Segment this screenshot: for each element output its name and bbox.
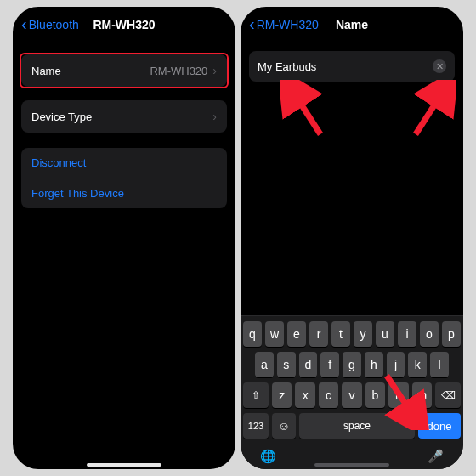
forget-device-button[interactable]: Forget This Device [21, 178, 227, 208]
key-c[interactable]: c [319, 382, 338, 408]
key-v[interactable]: v [342, 382, 361, 408]
key-e[interactable]: e [287, 321, 306, 347]
annotation-arrow [280, 80, 331, 139]
key-row-3: ⇧ zxcvbnm ⌫ [243, 382, 461, 408]
shift-icon: ⇧ [252, 389, 260, 401]
key-q[interactable]: q [243, 321, 262, 347]
shift-key[interactable]: ⇧ [243, 382, 269, 408]
key-p[interactable]: p [442, 321, 461, 347]
space-key[interactable]: space [299, 413, 415, 439]
emoji-key[interactable]: ☺ [272, 413, 296, 439]
globe-icon[interactable]: 🌐 [260, 449, 276, 464]
key-d[interactable]: d [299, 352, 318, 377]
phone-left: ‹ Bluetooth RM-WH320 Name RM-WH320 › Dev… [13, 7, 235, 469]
key-t[interactable]: t [332, 321, 350, 347]
emoji-icon: ☺ [278, 419, 290, 433]
device-type-row[interactable]: Device Type › [21, 100, 227, 133]
key-k[interactable]: k [408, 352, 427, 377]
key-r[interactable]: r [309, 321, 328, 347]
key-y[interactable]: y [354, 321, 372, 347]
home-indicator[interactable] [87, 463, 162, 467]
key-u[interactable]: u [376, 321, 394, 347]
settings-list: Name RM-WH320 › Device Type › Disconnect… [13, 42, 235, 469]
numbers-key[interactable]: 123 [243, 413, 269, 439]
mic-icon[interactable]: 🎤 [428, 449, 444, 464]
clear-text-button[interactable]: ✕ [433, 60, 446, 73]
x-icon: ✕ [436, 62, 444, 71]
key-a[interactable]: a [255, 352, 274, 377]
navbar: ‹ RM-WH320 Name [241, 7, 463, 42]
back-label: RM-WH320 [257, 18, 319, 31]
back-label: Bluetooth [29, 18, 79, 31]
key-m[interactable]: m [412, 382, 432, 408]
key-f[interactable]: f [320, 352, 339, 377]
chevron-right-icon: › [212, 110, 217, 123]
key-b[interactable]: b [366, 382, 385, 408]
name-input[interactable]: My Earbuds ✕ [249, 51, 455, 82]
key-row-1: qwertyuiop [243, 321, 461, 347]
key-row-4: 123 ☺ space done [243, 413, 461, 439]
key-n[interactable]: n [388, 382, 408, 408]
name-row[interactable]: Name RM-WH320 › [21, 54, 227, 87]
device-type-label: Device Type [31, 110, 92, 123]
name-row-label: Name [31, 65, 61, 77]
annotation-arrow [405, 80, 456, 139]
back-button[interactable]: ‹ Bluetooth [21, 16, 79, 33]
navbar: ‹ Bluetooth RM-WH320 [13, 7, 235, 42]
key-h[interactable]: h [365, 352, 383, 377]
keyboard: qwertyuiop asdfghjkl ⇧ zxcvbnm ⌫ 123 ☺ s… [241, 315, 463, 469]
svg-line-1 [416, 87, 446, 134]
key-row-2: asdfghjkl [243, 352, 461, 377]
disconnect-button[interactable]: Disconnect [21, 148, 227, 178]
back-button[interactable]: ‹ RM-WH320 [249, 16, 319, 33]
backspace-key[interactable]: ⌫ [435, 382, 461, 408]
done-key[interactable]: done [418, 413, 461, 439]
name-input-value: My Earbuds [258, 60, 316, 73]
page-title: Name [336, 18, 368, 31]
chevron-left-icon: ‹ [21, 15, 27, 32]
backspace-icon: ⌫ [441, 389, 456, 401]
name-row-value: RM-WH320 [150, 65, 207, 77]
phone-right: ‹ RM-WH320 Name My Earbuds ✕ [241, 7, 463, 469]
key-l[interactable]: l [430, 352, 449, 377]
key-s[interactable]: s [277, 352, 296, 377]
chevron-right-icon: › [212, 64, 217, 77]
key-g[interactable]: g [343, 352, 361, 377]
svg-line-0 [290, 87, 320, 134]
key-z[interactable]: z [272, 382, 292, 408]
key-w[interactable]: w [265, 321, 284, 347]
actions-group: Disconnect Forget This Device [21, 148, 227, 208]
home-indicator[interactable] [314, 463, 389, 467]
key-j[interactable]: j [387, 352, 405, 377]
key-o[interactable]: o [420, 321, 439, 347]
page-title: RM-WH320 [93, 18, 155, 31]
key-i[interactable]: i [398, 321, 416, 347]
key-x[interactable]: x [295, 382, 314, 408]
chevron-left-icon: ‹ [249, 15, 255, 32]
